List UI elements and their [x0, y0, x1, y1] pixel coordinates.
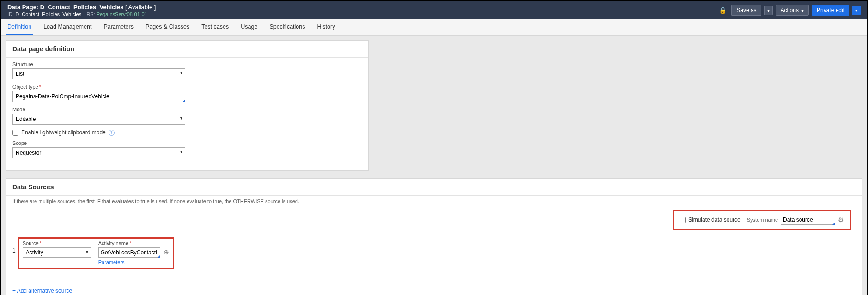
- save-as-button[interactable]: Save as: [731, 5, 761, 16]
- tab-specifications[interactable]: Specifications: [267, 19, 307, 35]
- mode-label: Mode: [12, 107, 362, 112]
- id-value-link[interactable]: D_Contact_Policies_Vehicles: [15, 12, 81, 17]
- source-select[interactable]: Activity: [23, 247, 91, 258]
- structure-label: Structure: [12, 61, 362, 67]
- id-label: ID:: [7, 12, 14, 17]
- activity-name-label: Activity name: [98, 241, 169, 246]
- activity-name-input[interactable]: [98, 247, 160, 258]
- rule-status: [ Available ]: [125, 4, 156, 11]
- tab-bar: Definition Load Management Parameters Pa…: [1, 19, 867, 36]
- tab-pages-classes[interactable]: Pages & Classes: [144, 19, 191, 35]
- actions-button[interactable]: Actions: [776, 5, 809, 16]
- definition-panel-title: Data page definition: [6, 41, 368, 58]
- definition-panel: Data page definition Structure List Obje…: [6, 40, 369, 171]
- rule-header: Data Page: D_Contact_Policies_Vehicles […: [1, 1, 867, 19]
- gear-icon[interactable]: ⚙: [838, 216, 844, 223]
- lock-icon: 🔒: [719, 6, 727, 14]
- mode-select[interactable]: Editable: [12, 114, 185, 125]
- data-sources-hint: If there are multiple sources, the first…: [6, 196, 862, 207]
- scope-select[interactable]: Requestor: [12, 147, 185, 158]
- tab-parameters[interactable]: Parameters: [102, 19, 135, 35]
- rule-name-link[interactable]: D_Contact_Policies_Vehicles: [40, 4, 124, 11]
- object-type-label: Object type: [12, 84, 362, 90]
- system-name-label: System name: [747, 217, 778, 223]
- parameters-link[interactable]: Parameters: [98, 259, 169, 265]
- rs-value: PegaInsServ:08-01-01: [97, 12, 147, 17]
- scope-label: Scope: [12, 140, 362, 146]
- tab-test-cases[interactable]: Test cases: [200, 19, 231, 35]
- tab-definition[interactable]: Definition: [6, 19, 33, 35]
- private-edit-button[interactable]: Private edit: [812, 5, 849, 16]
- data-sources-panel: Data Sources If there are multiple sourc…: [6, 178, 862, 295]
- structure-select[interactable]: List: [12, 68, 185, 79]
- system-name-input[interactable]: [781, 215, 835, 225]
- save-as-dropdown[interactable]: [764, 6, 773, 15]
- data-sources-title: Data Sources: [6, 179, 862, 196]
- row-index: 1: [12, 237, 16, 254]
- tab-load-management[interactable]: Load Management: [42, 19, 93, 35]
- crosshair-icon[interactable]: ⊕: [164, 248, 169, 256]
- tab-history[interactable]: History: [316, 19, 337, 35]
- lightweight-label: Enable lightweight clipboard mode: [21, 129, 106, 136]
- rule-type-label: Data Page:: [7, 4, 38, 11]
- source-row-box: Source Activity Activity name: [18, 237, 174, 269]
- lightweight-checkbox[interactable]: [12, 130, 18, 136]
- simulate-checkbox[interactable]: [680, 217, 686, 223]
- rs-label: RS:: [86, 12, 95, 17]
- source-label: Source: [23, 241, 91, 246]
- simulate-box: Simulate data source System name ⚙: [673, 210, 851, 230]
- object-type-input[interactable]: [12, 91, 185, 102]
- private-edit-dropdown[interactable]: [852, 6, 861, 15]
- tab-usage[interactable]: Usage: [239, 19, 259, 35]
- simulate-label: Simulate data source: [688, 217, 741, 223]
- add-alternative-source-link[interactable]: + Add alternative source: [12, 288, 72, 294]
- help-icon[interactable]: ?: [109, 130, 115, 136]
